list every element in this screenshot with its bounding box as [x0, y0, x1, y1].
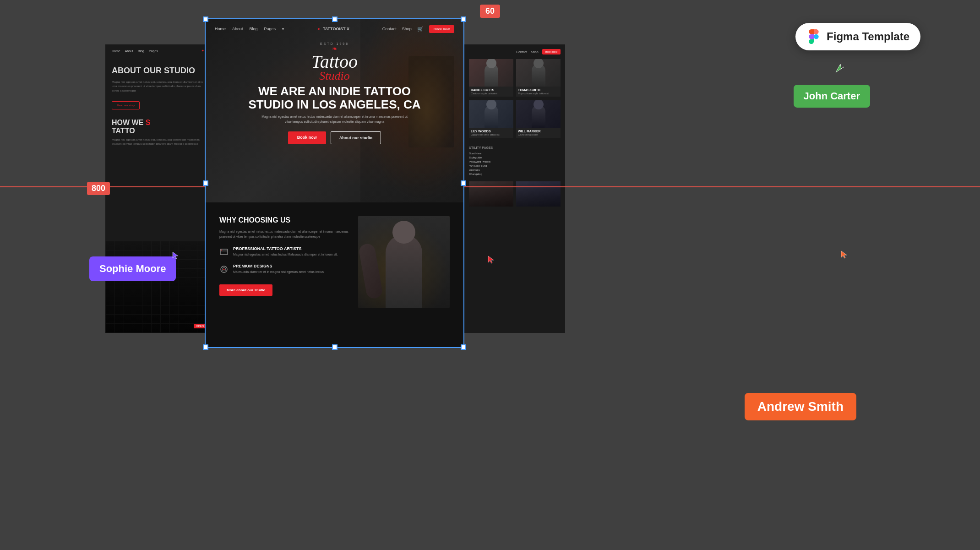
tattoo-why-section: WHY CHOOSING US Magna nisl egestas amet …: [206, 202, 463, 347]
tattoo-nav-right: Contact Shop 🛒 Book now: [382, 25, 454, 33]
svg-point-3: [221, 250, 222, 250]
nav-pages[interactable]: Pages: [264, 27, 276, 31]
why-feature-1: PROFESSIONAL TATTOO ARTISTS Magna nisl e…: [219, 246, 349, 257]
tattoo-logo: TATTOOIST X: [323, 27, 349, 31]
left-about-text: Magna nisl egestas amet netus lectus mal…: [112, 80, 204, 93]
why-more-btn[interactable]: More about our studio: [219, 284, 272, 296]
svg-marker-7: [836, 64, 844, 72]
andrew-smith-name: Andrew Smith: [757, 399, 844, 414]
handle-bc[interactable]: [332, 344, 338, 350]
left-nav: Home About Blog Pages ✦: [105, 44, 211, 57]
left-about-title: ABOUT OUR STUDIO: [112, 66, 204, 76]
artist-style-lily: Japanese style tattooist: [469, 133, 513, 138]
feature-2-title: PREMIUM DESIGNS: [233, 264, 324, 268]
left-nav-item[interactable]: Pages: [149, 49, 158, 53]
feature-1-title: PROFESSIONAL TATTOO ARTISTS: [233, 246, 338, 251]
open-sign: OPEN: [194, 324, 206, 328]
ruler-line: [0, 186, 980, 187]
tattoo-nav-logo-area: ✦ TATTOOIST X: [317, 27, 349, 32]
left-nav-item[interactable]: Home: [112, 49, 120, 53]
logo-icon: ✦: [317, 27, 321, 32]
left-nav-item[interactable]: Blog: [138, 49, 144, 53]
handle-mr[interactable]: [461, 180, 466, 186]
svg-point-6: [223, 268, 225, 270]
utility-link-styleguide[interactable]: Styleguide: [469, 156, 561, 159]
artist-style-will: Cartoon tattooist: [516, 133, 561, 138]
utility-link-licenses[interactable]: Licenses: [469, 169, 561, 171]
utility-link-changelog[interactable]: Changelog: [469, 173, 561, 175]
andrew-smith-badge: Andrew Smith: [745, 393, 856, 420]
handle-tl[interactable]: [203, 16, 208, 22]
handle-ml[interactable]: [203, 180, 208, 186]
figma-badge: Figma Template: [795, 23, 920, 50]
feature-1-icon: [219, 247, 229, 256]
utility-link-password[interactable]: Password Protect: [469, 160, 561, 163]
handle-bl[interactable]: [203, 344, 208, 350]
right-book-btn[interactable]: Book now: [542, 49, 561, 54]
cursor-green: [835, 63, 845, 75]
svg-marker-8: [173, 252, 178, 259]
nav-contact[interactable]: Contact: [382, 27, 397, 31]
left-read-btn[interactable]: Read our story: [112, 101, 140, 109]
artist-name-tomas: TOMAS SMITH: [516, 87, 561, 92]
why-title: WHY CHOOSING US: [219, 216, 349, 224]
why-desc: Magna nisl egestas amet netus lectus mal…: [219, 229, 349, 239]
figma-icon: [806, 29, 821, 44]
handle-tc[interactable]: [332, 16, 338, 22]
right-nav-item: Shop: [531, 50, 538, 54]
why-feature-1-text: PROFESSIONAL TATTOO ARTISTS Magna nisl e…: [233, 246, 338, 257]
nav-book-btn[interactable]: Book now: [429, 25, 454, 33]
artist-photo-daniel: [469, 59, 513, 87]
tattoo-hero-content: ESTD 1996 ❧ Tattoo Studio WE ARE AN INDI…: [206, 42, 463, 144]
nav-shop[interactable]: Shop: [402, 27, 412, 31]
hero-book-btn[interactable]: Book now: [288, 131, 326, 144]
artist-row-1: DANIEL CUTTS Cartoon style tattooist TOM…: [469, 59, 561, 97]
handle-tr[interactable]: [461, 16, 466, 22]
nav-cart-icon[interactable]: 🛒: [417, 26, 424, 32]
hero-headline: WE ARE AN INDIE TATTOO STUDIO IN LOS ANG…: [243, 85, 426, 111]
artist-card-tomas[interactable]: TOMAS SMITH Pop culture style tattooist: [516, 59, 561, 97]
artist-style-tomas: Pop culture style tattooist: [516, 92, 561, 97]
sophie-moore-badge: Sophie Moore: [89, 256, 176, 281]
why-feature-2-text: PREMIUM DESIGNS Malesuada diamrper et in…: [233, 264, 324, 275]
why-left: WHY CHOOSING US Magna nisl egestas amet …: [219, 216, 349, 333]
artist-name-lily: LILY WOODS: [469, 128, 513, 133]
street-photo-bg: [105, 241, 211, 333]
feature-2-desc: Malesuada diamrper et in magna nisl eges…: [233, 270, 324, 275]
extra-artists-row: [464, 181, 565, 207]
size-label-top: 60: [480, 5, 500, 18]
artist-name-daniel: DANIEL CUTTS: [469, 87, 513, 92]
hero-about-btn[interactable]: About our studio: [331, 131, 381, 144]
tattoo-nav: Home About Blog Pages ▾ ✦ TATTOOIST X Co…: [206, 19, 463, 38]
why-feature-2: PREMIUM DESIGNS Malesuada diamrper et in…: [219, 264, 349, 275]
utility-link-404[interactable]: 404 Not Found: [469, 164, 561, 167]
why-image: [358, 216, 450, 308]
nav-blog[interactable]: Blog: [250, 27, 258, 31]
artist-style-daniel: Cartoon style tattooist: [469, 92, 513, 97]
feature-1-desc: Magna nisl egestas amet netus lectus Mal…: [233, 252, 338, 257]
tattoo-hero-buttons: Book now About our studio: [288, 131, 381, 144]
right-nav: Contact Shop Book now: [464, 44, 565, 59]
svg-marker-9: [841, 251, 847, 258]
artist-card-lily[interactable]: LILY WOODS Japanese style tattooist: [469, 100, 513, 138]
cursor-purple: [172, 251, 181, 262]
main-frame: Home About Blog Pages ▾ ✦ TATTOOIST X Co…: [205, 18, 464, 348]
artist-row-2: LILY WOODS Japanese style tattooist WILL…: [469, 100, 561, 138]
left-nav-item[interactable]: About: [125, 49, 133, 53]
tattoo-nav-left: Home About Blog Pages ▾: [215, 27, 284, 31]
figma-badge-text: Figma Template: [827, 30, 909, 43]
right-artists-grid: DANIEL CUTTS Cartoon style tattooist TOM…: [464, 59, 565, 138]
utility-link-start[interactable]: Start Here: [469, 152, 561, 155]
hero-subtext: Magna nisl egestas amet netus lectus mal…: [261, 114, 408, 124]
right-utility: Utility Pages Start Here Styleguide Pass…: [464, 142, 565, 181]
nav-pages-arrow: ▾: [282, 27, 284, 31]
artist-card-will[interactable]: WILL MARKER Cartoon tattooist: [516, 100, 561, 138]
street-photo: OPEN: [105, 241, 211, 333]
artist-card-daniel[interactable]: DANIEL CUTTS Cartoon style tattooist: [469, 59, 513, 97]
hero-crown: ❧: [311, 45, 358, 52]
left-content: ABOUT OUR STUDIO Magna nisl egestas amet…: [105, 57, 211, 156]
handle-br[interactable]: [461, 344, 466, 350]
right-frame: Contact Shop Book now DANIEL CUTTS Carto…: [464, 44, 565, 333]
nav-about[interactable]: About: [232, 27, 243, 31]
nav-home[interactable]: Home: [215, 27, 226, 31]
